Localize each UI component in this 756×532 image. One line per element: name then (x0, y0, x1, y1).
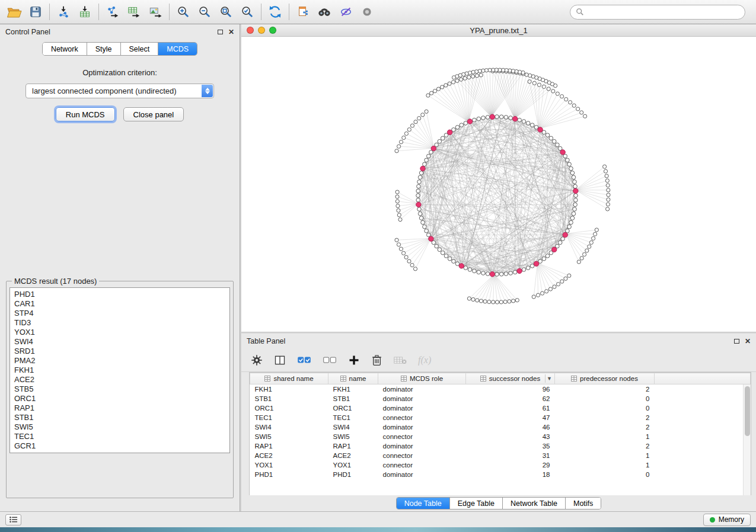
criterion-dropdown[interactable]: largest connected component (undirected) (25, 84, 214, 98)
result-node[interactable]: SWI4 (14, 337, 225, 347)
gear-icon[interactable] (251, 354, 263, 366)
close-mcds-panel-button[interactable]: Close panel (123, 107, 184, 121)
table-row[interactable]: TEC1TEC1connector472 (250, 413, 751, 422)
show-details-icon[interactable] (356, 2, 378, 22)
table-cell[interactable]: connector (378, 413, 466, 422)
close-panel-icon[interactable]: ✕ (228, 28, 234, 36)
table-cell[interactable]: TEC1 (328, 413, 378, 422)
search-box[interactable] (570, 5, 745, 20)
close-table-panel-icon[interactable]: ✕ (745, 337, 751, 345)
function-builder-button[interactable]: f(x) (418, 355, 431, 366)
table-cell[interactable]: RAP1 (250, 441, 328, 451)
node-table[interactable]: shared namenameMCDS rolesuccessor nodes▼… (249, 372, 751, 495)
export-network-icon[interactable] (102, 2, 123, 22)
table-row[interactable]: STB1STB1dominator620 (250, 394, 751, 403)
network-view[interactable] (241, 37, 756, 332)
import-network-file-icon[interactable] (53, 2, 74, 22)
table-cell[interactable]: RAP1 (328, 441, 378, 451)
zoom-out-icon[interactable] (194, 2, 215, 22)
table-cell[interactable]: 1 (555, 432, 655, 441)
table-cell[interactable]: 0 (555, 403, 655, 413)
table-cell[interactable]: 29 (466, 460, 555, 470)
tab-mcds[interactable]: MCDS (158, 43, 197, 55)
column-header-MCDS-role[interactable]: MCDS role (378, 373, 466, 384)
open-session-icon[interactable] (4, 2, 25, 22)
table-cell[interactable]: 61 (466, 403, 555, 413)
table-cell[interactable]: 2 (555, 422, 655, 432)
table-cell[interactable]: YOX1 (328, 460, 378, 470)
sort-chevron-icon[interactable]: ▼ (545, 374, 553, 383)
table-row[interactable]: RAP1RAP1dominator352 (250, 441, 751, 451)
result-node[interactable]: ACE2 (14, 375, 225, 384)
duplicate-network-icon[interactable] (292, 2, 314, 22)
table-cell[interactable]: SWI5 (328, 432, 378, 441)
tab-edge-table[interactable]: Edge Table (450, 498, 503, 509)
export-image-icon[interactable] (145, 2, 166, 22)
table-cell[interactable]: dominator (378, 422, 466, 432)
mcds-result-list[interactable]: PHD1CAR1STP4TID3YOX1SWI4SRD1PMA2FKH1ACE2… (9, 287, 230, 453)
table-cell[interactable]: SWI4 (250, 422, 328, 432)
column-header-predecessor-nodes[interactable]: predecessor nodes (555, 373, 655, 384)
table-cell[interactable]: 18 (466, 470, 555, 479)
scrollbar-thumb[interactable] (745, 386, 750, 436)
table-cell[interactable]: dominator (378, 403, 466, 413)
table-cell[interactable]: 31 (466, 451, 555, 460)
search-input[interactable] (584, 8, 739, 16)
select-all-icon[interactable] (297, 355, 311, 366)
float-table-panel-icon[interactable] (734, 339, 739, 344)
table-cell[interactable]: connector (378, 460, 466, 470)
table-cell[interactable]: 2 (555, 384, 655, 394)
network-canvas[interactable] (241, 37, 755, 332)
float-panel-icon[interactable] (218, 30, 223, 34)
tab-select[interactable]: Select (121, 43, 159, 55)
deselect-all-icon[interactable] (323, 355, 337, 366)
search-network-icon[interactable] (314, 2, 335, 22)
window-zoom-button[interactable] (269, 27, 276, 34)
table-cell[interactable]: 35 (466, 441, 555, 451)
table-cell[interactable]: connector (378, 451, 466, 460)
column-header-shared-name[interactable]: shared name (250, 373, 328, 384)
hide-details-icon[interactable] (335, 2, 356, 22)
table-row[interactable]: ACE2ACE2connector311 (250, 451, 751, 460)
save-session-icon[interactable] (25, 2, 46, 22)
table-row[interactable]: SWI5SWI5connector431 (250, 432, 751, 441)
table-cell[interactable]: 0 (555, 394, 655, 403)
result-node[interactable]: GCR1 (14, 441, 225, 451)
result-node[interactable]: STP4 (14, 309, 225, 318)
run-mcds-button[interactable]: Run MCDS (56, 107, 115, 121)
table-cell[interactable]: TEC1 (250, 413, 328, 422)
table-cell[interactable]: 1 (555, 460, 655, 470)
zoom-selected-icon[interactable] (237, 2, 258, 22)
column-header-successor-nodes[interactable]: successor nodes▼ (466, 373, 555, 384)
table-cell[interactable]: 2 (555, 441, 655, 451)
result-node[interactable]: ORC1 (14, 394, 225, 403)
result-node[interactable]: STB1 (14, 413, 225, 422)
table-cell[interactable]: FKH1 (328, 384, 378, 394)
table-cell[interactable]: ORC1 (328, 403, 378, 413)
result-node[interactable]: STB5 (14, 384, 225, 394)
column-header-name[interactable]: name (328, 373, 378, 384)
table-cell[interactable]: FKH1 (250, 384, 328, 394)
result-node[interactable]: YOX1 (14, 328, 225, 337)
columns-icon[interactable] (274, 354, 286, 366)
table-cell[interactable]: 43 (466, 432, 555, 441)
table-cell[interactable]: SWI5 (250, 432, 328, 441)
table-row[interactable]: PHD1PHD1dominator180 (250, 470, 751, 479)
result-node[interactable]: PHD1 (14, 290, 225, 299)
zoom-fit-icon[interactable] (215, 2, 237, 22)
table-cell[interactable]: 0 (555, 470, 655, 479)
result-node[interactable]: RAP1 (14, 403, 225, 413)
table-cell[interactable]: YOX1 (250, 460, 328, 470)
table-cell[interactable]: PHD1 (250, 470, 328, 479)
tab-network[interactable]: Network (43, 43, 87, 55)
result-node[interactable]: CAR1 (14, 299, 225, 309)
table-cell[interactable]: 96 (466, 384, 555, 394)
table-cell[interactable]: 62 (466, 394, 555, 403)
result-node[interactable]: TID3 (14, 318, 225, 328)
table-cell[interactable]: dominator (378, 470, 466, 479)
window-close-button[interactable] (247, 27, 254, 34)
table-scrollbar[interactable] (743, 384, 751, 495)
table-cell[interactable]: dominator (378, 384, 466, 394)
add-row-icon[interactable] (348, 354, 360, 366)
result-node[interactable]: TEC1 (14, 432, 225, 441)
